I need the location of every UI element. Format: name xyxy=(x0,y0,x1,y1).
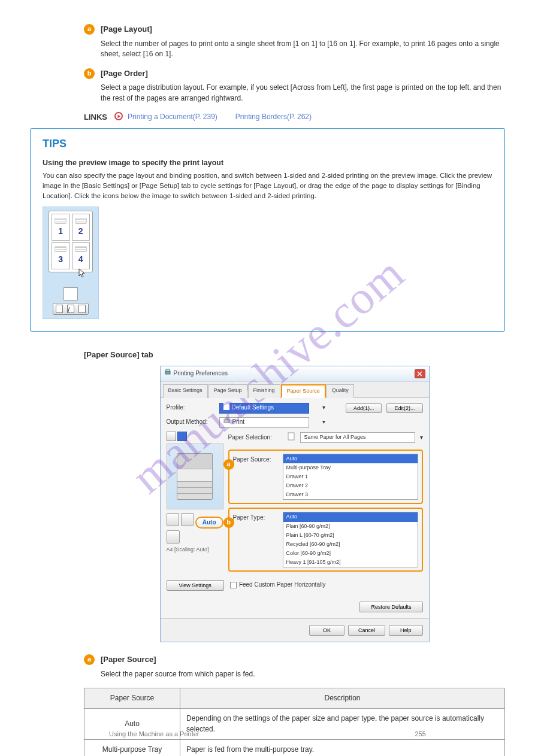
tips-heading: TIPS xyxy=(43,136,492,151)
mini-doc-icon xyxy=(64,287,78,300)
list-item[interactable]: Plain [60-90 g/m2] xyxy=(283,522,418,531)
paper-source-tab-heading: [Paper Source] tab xyxy=(84,350,505,361)
page-layout-label: [Page Layout] xyxy=(101,24,152,35)
links-row: LINKS Printing a Document(P. 239) Printi… xyxy=(101,112,505,123)
dialog-titlebar: Printing Preferences xyxy=(161,366,429,382)
document-icon xyxy=(223,403,229,413)
dialog-tabs: Basic Settings Page Setup Finishing Pape… xyxy=(161,382,429,398)
table-row: Multi-purpose Tray Paper is fed from the… xyxy=(84,740,505,756)
dialog-title-text: Printing Preferences xyxy=(174,369,228,378)
thumb-cell-3: 3 xyxy=(52,242,70,269)
paper-type-listbox[interactable]: Auto Plain [60-90 g/m2] Plain L [60-70 g… xyxy=(283,512,418,567)
paper-source-table: Paper Source Description Auto Depending … xyxy=(84,688,505,756)
thumb-cell-2: 2 xyxy=(72,214,90,241)
footer-pageno: 255 xyxy=(415,730,426,739)
svg-rect-9 xyxy=(288,433,294,440)
cursor-icon xyxy=(77,268,86,283)
marker-a2-row: a [Paper Source] xyxy=(84,654,505,666)
view-settings-button[interactable]: View Settings xyxy=(167,580,224,591)
svg-rect-8 xyxy=(225,418,228,420)
tab-basic-settings[interactable]: Basic Settings xyxy=(163,384,208,398)
feed-checkbox[interactable] xyxy=(230,582,237,588)
tab-paper-source[interactable]: Paper Source xyxy=(281,384,326,398)
svg-marker-0 xyxy=(117,114,120,118)
paper-source-label: Paper Source: xyxy=(233,454,278,464)
svg-rect-1 xyxy=(165,371,170,374)
tips-subheading: Using the preview image to specify the p… xyxy=(43,157,492,168)
page-footer: Using the Machine as a Printer 255 xyxy=(0,730,535,739)
list-item[interactable]: Recycled [60-90 g/m2] xyxy=(283,540,418,549)
tab-quality[interactable]: Quality xyxy=(327,384,354,398)
preview-stack-icon[interactable] xyxy=(181,513,194,526)
page-layout-text: Select the number of pages to print onto… xyxy=(101,39,505,60)
ok-button[interactable]: OK xyxy=(309,625,344,636)
marker-b-row: b [Page Order] xyxy=(84,68,505,80)
list-item[interactable]: Multi-purpose Tray xyxy=(283,463,418,472)
printer-preview xyxy=(167,444,223,509)
paper-type-label: Paper Type: xyxy=(233,512,278,523)
link-printing-borders[interactable]: Printing Borders(P. 262) xyxy=(235,112,312,122)
link-printing-doc[interactable]: Printing a Document(P. 239) xyxy=(128,112,217,122)
marker-a2-badge: a xyxy=(84,654,95,665)
preview-caption: A4 [Scaling: Auto] xyxy=(167,546,223,554)
output-method-combo[interactable]: Print xyxy=(219,417,309,428)
list-item[interactable]: Drawer 1 xyxy=(283,472,418,481)
svg-rect-7 xyxy=(224,420,229,423)
paper-source-listbox[interactable]: Auto Multi-purpose Tray Drawer 1 Drawer … xyxy=(283,454,418,500)
paper-source-box: a Paper Source: Auto Multi-purpose Tray … xyxy=(228,450,423,504)
tab-finishing[interactable]: Finishing xyxy=(248,384,280,398)
list-item[interactable]: Heavy 1 [91-105 g/m2] xyxy=(283,558,418,567)
svg-rect-2 xyxy=(166,369,170,371)
tips-body: You can also specify the page layout and… xyxy=(43,171,492,201)
printer-icon xyxy=(164,369,171,379)
svg-rect-6 xyxy=(224,403,229,409)
tips-box: TIPS Using the preview image to specify … xyxy=(30,128,505,332)
marker-b-badge: b xyxy=(84,68,95,79)
paper-source-intro: Select the paper source from which paper… xyxy=(101,669,505,679)
tab-page-setup[interactable]: Page Setup xyxy=(208,384,247,398)
output-method-label: Output Method: xyxy=(167,418,214,427)
marker-a-row: a [Page Layout] xyxy=(84,24,505,35)
paper-selection-combo[interactable]: Same Paper for All Pages xyxy=(300,432,415,443)
links-label: LINKS xyxy=(84,112,107,123)
print-icon xyxy=(223,418,230,427)
table-header-source: Paper Source xyxy=(84,688,180,708)
marker-a-badge: a xyxy=(84,24,95,35)
footer-section: Using the Machine as a Printer xyxy=(109,730,199,739)
page-order-label: [Page Order] xyxy=(101,68,148,80)
list-item[interactable]: Drawer 3 xyxy=(283,490,418,499)
preview-doc-icon[interactable] xyxy=(167,513,179,526)
paper-type-box: b Paper Type: Auto Plain [60-90 g/m2] Pl… xyxy=(228,508,423,571)
list-item[interactable]: Color [60-90 g/m2] xyxy=(283,549,418,558)
paper-selection-label: Paper Selection: xyxy=(228,433,282,442)
paper-source-heading: [Paper Source] xyxy=(101,654,156,666)
help-button[interactable]: Help xyxy=(389,625,423,636)
preview-mode-doc[interactable] xyxy=(167,432,176,441)
edit-button[interactable]: Edit(2)... xyxy=(386,403,422,413)
table-cell: Paper is fed from the multi-purpose tray… xyxy=(180,740,505,756)
table-header-desc: Description xyxy=(180,688,505,708)
restore-defaults-button[interactable]: Restore Defaults xyxy=(359,602,422,612)
thumb-cell-4: 4 xyxy=(72,242,90,269)
tips-preview-thumb: 1 2 3 4 / xyxy=(43,207,99,319)
page-order-text: Select a page distribution layout. For e… xyxy=(101,83,505,104)
profile-combo[interactable]: Default Settings xyxy=(219,403,309,414)
add-button[interactable]: Add(1)... xyxy=(346,403,382,413)
play-icon xyxy=(114,112,123,120)
preview-layout-icon[interactable] xyxy=(167,530,180,544)
list-item[interactable]: Drawer 2 xyxy=(283,481,418,490)
cancel-button[interactable]: Cancel xyxy=(348,625,385,636)
preview-mode-printer[interactable] xyxy=(177,432,187,441)
auto-button[interactable]: Auto xyxy=(195,517,223,529)
sided-toggle-button[interactable]: / xyxy=(53,303,89,315)
paper-icon xyxy=(287,432,295,444)
printing-preferences-dialog: Printing Preferences Basic Settings Page… xyxy=(160,366,430,642)
table-cell: Multi-purpose Tray xyxy=(84,740,180,756)
close-icon[interactable] xyxy=(415,369,425,378)
thumb-page-grid: 1 2 3 4 xyxy=(49,211,93,272)
list-item[interactable]: Auto xyxy=(283,512,418,521)
profile-label: Profile: xyxy=(167,403,214,412)
list-item[interactable]: Auto xyxy=(283,454,418,463)
list-item[interactable]: Plain L [60-70 g/m2] xyxy=(283,531,418,540)
marker-b-dialog: b xyxy=(223,517,234,528)
